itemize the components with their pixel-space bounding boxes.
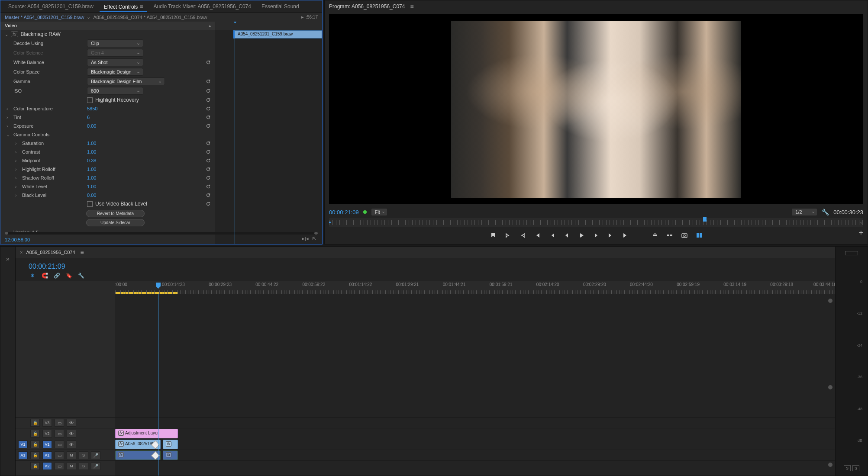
saturation-value[interactable]: 1.00 xyxy=(87,141,211,146)
decode-using-dropdown[interactable]: Clip xyxy=(87,39,143,47)
tab-audio-mixer[interactable]: Audio Track Mixer: A056_08251956_C074 xyxy=(149,2,255,11)
track-label[interactable]: V2 xyxy=(42,430,52,437)
scrubber-start-icon[interactable] xyxy=(329,222,331,223)
track-v3-lane[interactable] xyxy=(115,417,835,428)
track-header-a1[interactable]: A1 🔒 A1 ▭ M S 🎤 xyxy=(16,450,115,460)
white-level-value[interactable]: 1.00 xyxy=(87,184,211,189)
expand-icon[interactable]: › xyxy=(15,193,16,198)
expand-icon[interactable]: › xyxy=(6,106,8,111)
expand-icon[interactable]: › xyxy=(15,176,16,180)
export-frame-button[interactable] xyxy=(680,231,689,240)
vscroll-handle[interactable] xyxy=(828,299,833,303)
param-gamma-controls[interactable]: ⌄ Gamma Controls xyxy=(0,130,216,139)
step-fwd-button[interactable] xyxy=(607,231,615,240)
reset-button[interactable] xyxy=(205,69,211,75)
effect-bottom-timecode[interactable]: 12:00:58:00 xyxy=(5,237,30,242)
revert-metadata-button[interactable]: Revert to Metadata xyxy=(86,210,145,217)
expand-icon[interactable]: › xyxy=(15,141,16,146)
reset-button[interactable] xyxy=(205,88,211,94)
track-label[interactable]: V3 xyxy=(42,419,52,427)
panel-menu-icon[interactable]: ≡ xyxy=(139,3,143,10)
track-label[interactable]: V1 xyxy=(42,441,52,448)
effect-playhead-icon[interactable] xyxy=(233,22,237,23)
track-header-v1[interactable]: V1 🔒 V1 ▭ 👁 xyxy=(16,439,115,450)
comparison-view-button[interactable] xyxy=(695,231,703,240)
timeline-ruler[interactable]: :00:00 00:00:14:23 00:00:29:23 00:00:44:… xyxy=(16,281,835,294)
iso-dropdown[interactable]: 800 xyxy=(87,87,143,95)
eye-icon[interactable]: 👁 xyxy=(67,430,76,437)
reset-button[interactable] xyxy=(205,78,211,84)
add-button[interactable]: + xyxy=(858,228,863,238)
clip-video[interactable]: fxA056_08251956 xyxy=(115,440,161,449)
lift-button[interactable] xyxy=(651,231,659,240)
expand-icon[interactable]: › xyxy=(15,158,16,163)
collapse-icon[interactable]: ▴ xyxy=(209,23,211,29)
eye-icon[interactable]: 👁 xyxy=(67,419,76,427)
scrubber-end-icon[interactable]: ○ xyxy=(859,221,862,225)
use-video-black-checkbox[interactable] xyxy=(87,201,93,207)
frame-fwd-button[interactable] xyxy=(592,231,600,240)
audio-meters[interactable]: 0 -12 -24 -36 -48 dB S S xyxy=(835,247,868,476)
highlight-recovery-checkbox[interactable] xyxy=(87,97,93,103)
solo-button[interactable]: S xyxy=(79,462,88,470)
panel-menu-icon[interactable]: ≡ xyxy=(81,249,84,256)
white-balance-dropdown[interactable]: As Shot xyxy=(87,58,143,66)
reset-button[interactable] xyxy=(205,140,211,146)
snap-icon[interactable]: 🧲 xyxy=(41,272,48,280)
frame-back-button[interactable] xyxy=(562,231,571,240)
step-back-button[interactable] xyxy=(548,231,556,240)
extract-button[interactable] xyxy=(665,231,674,240)
add-marker-button[interactable] xyxy=(489,231,497,240)
scroll-handle[interactable] xyxy=(5,232,8,235)
twirl-icon[interactable]: ⌄ xyxy=(6,132,10,137)
playhead-icon[interactable] xyxy=(156,283,161,289)
resolution-dropdown[interactable]: 1/2 xyxy=(791,208,817,216)
settings-icon[interactable]: 🔧 xyxy=(77,272,85,280)
reset-button[interactable] xyxy=(205,166,211,172)
play-button[interactable] xyxy=(577,231,586,240)
lock-icon[interactable]: 🔒 xyxy=(30,441,40,448)
go-to-in-button[interactable] xyxy=(533,231,542,240)
mute-button[interactable]: M xyxy=(67,451,76,459)
track-label[interactable]: A1 xyxy=(42,451,52,459)
lock-icon[interactable]: 🔒 xyxy=(30,462,40,470)
expand-tools-icon[interactable]: » xyxy=(6,255,10,262)
color-temp-value[interactable]: 5850 xyxy=(87,106,211,111)
scrubber-playhead-icon[interactable] xyxy=(703,217,707,222)
fx-header[interactable]: ⌄ fx Blackmagic RAW xyxy=(0,30,216,39)
tint-value[interactable]: 6 xyxy=(87,115,211,120)
tab-essential-sound[interactable]: Essential Sound xyxy=(257,2,303,11)
reset-button[interactable] xyxy=(205,123,211,129)
reset-button[interactable] xyxy=(205,97,211,103)
reset-button[interactable] xyxy=(205,158,211,164)
mark-out-button[interactable] xyxy=(518,231,527,240)
tab-source[interactable]: Source: A054_08251201_C159.braw xyxy=(4,2,98,11)
video-section-header[interactable]: Video ▴ xyxy=(0,22,216,30)
color-space-dropdown[interactable]: Blackmagic Design xyxy=(87,68,143,76)
track-header-a2[interactable]: 🔒 A2 ▭ M S 🎤 xyxy=(16,460,115,471)
black-level-value[interactable]: 0.00 xyxy=(87,193,211,198)
source-v1-button[interactable]: V1 xyxy=(18,441,28,448)
track-header-v2[interactable]: 🔒 V2 ▭ 👁 xyxy=(16,428,115,439)
sync-lock-icon[interactable]: ▭ xyxy=(55,441,64,448)
go-to-out-button[interactable] xyxy=(621,231,630,240)
sync-lock-icon[interactable]: ▭ xyxy=(55,419,64,427)
voiceover-icon[interactable]: 🎤 xyxy=(91,462,100,470)
expand-icon[interactable]: › xyxy=(6,124,8,129)
clip-audio-2[interactable]: fx xyxy=(163,450,178,460)
expand-icon[interactable]: › xyxy=(15,184,16,189)
timeline-timecode[interactable]: 00:00:21:09 xyxy=(29,263,65,270)
reset-button[interactable] xyxy=(205,106,211,112)
track-header-v3[interactable]: 🔒 V3 ▭ 👁 xyxy=(16,417,115,428)
gamma-dropdown[interactable]: Blackmagic Design Film xyxy=(87,77,165,85)
clip-audio[interactable]: fx xyxy=(115,450,161,460)
program-timecode[interactable]: 00:00:21:09 xyxy=(329,209,359,215)
twirl-icon[interactable]: ⌄ xyxy=(5,32,8,37)
expand-icon[interactable]: › xyxy=(15,167,16,172)
clip-video-2[interactable]: fx xyxy=(163,440,178,449)
exposure-value[interactable]: 0.00 xyxy=(87,123,211,129)
track-label[interactable]: A2 xyxy=(42,462,52,470)
eye-icon[interactable]: 👁 xyxy=(67,441,76,448)
mark-in-button[interactable] xyxy=(503,231,512,240)
voiceover-icon[interactable]: 🎤 xyxy=(91,451,100,459)
